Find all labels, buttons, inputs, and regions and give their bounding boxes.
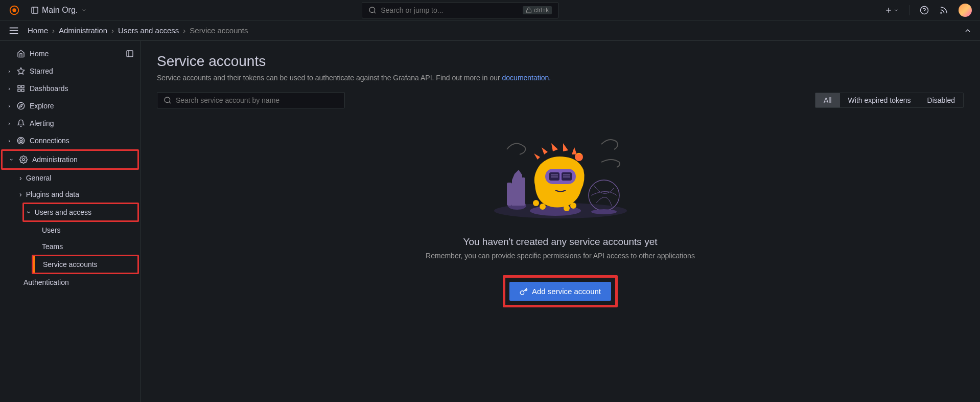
sidebar-sub-item-users-access[interactable]: › Users and access — [24, 204, 137, 220]
user-avatar[interactable] — [959, 4, 972, 17]
filter-tabs: All With expired tokens Disabled — [815, 93, 964, 108]
svg-point-3 — [369, 7, 375, 13]
svg-point-45 — [564, 205, 570, 211]
svg-point-0 — [12, 8, 16, 12]
news-button[interactable] — [939, 6, 948, 15]
empty-state: You haven't created any service accounts… — [157, 129, 964, 307]
svg-line-4 — [374, 12, 376, 13]
collapse-button[interactable] — [964, 27, 972, 35]
svg-point-43 — [533, 200, 539, 206]
search-icon — [164, 96, 172, 104]
global-search-input[interactable] — [381, 6, 519, 14]
global-search[interactable]: ctrl+k — [362, 2, 558, 18]
sidebar-item-label: Dashboards — [30, 84, 68, 93]
sidebar-item-teams[interactable]: Teams — [0, 238, 140, 255]
svg-rect-20 — [18, 89, 20, 92]
breadcrumb-home[interactable]: Home — [28, 26, 48, 35]
sidebar-item-label: Teams — [42, 242, 63, 251]
top-bar-right — [884, 4, 972, 17]
sidebar-item-administration[interactable]: › Administration — [3, 151, 137, 168]
chevron-down-icon: › — [25, 211, 33, 214]
svg-rect-1 — [32, 7, 38, 13]
sidebar-item-connections[interactable]: › Connections — [0, 132, 140, 149]
controls-row: All With expired tokens Disabled — [157, 92, 964, 108]
sidebar-item-alerting[interactable]: › Alerting — [0, 115, 140, 132]
documentation-link[interactable]: documentation. — [502, 74, 551, 82]
compass-icon — [16, 101, 26, 110]
sidebar-item-explore[interactable]: › Explore — [0, 97, 140, 115]
sidebar-item-label: Users — [42, 226, 61, 234]
chevron-right-icon: › — [183, 26, 185, 35]
sidebar-item-label: Users and access — [35, 208, 91, 216]
empty-state-subtitle: Remember, you can provide specific permi… — [426, 252, 695, 260]
dashboards-icon — [16, 84, 26, 93]
sidebar-item-label: Explore — [30, 102, 54, 110]
chevron-down-icon: › — [9, 157, 15, 163]
service-account-search-input[interactable] — [176, 96, 338, 104]
divider — [909, 5, 909, 15]
filter-tab-all[interactable]: All — [815, 93, 840, 107]
sidebar-sub-item-general[interactable]: › General — [0, 170, 140, 186]
chevron-right-icon: › — [111, 26, 114, 35]
sidebar-sub-item-plugins[interactable]: › Plugins and data — [0, 186, 140, 203]
svg-rect-32 — [521, 177, 525, 206]
svg-marker-22 — [19, 104, 22, 107]
sidebar-item-dashboards[interactable]: › Dashboards — [0, 80, 140, 97]
svg-point-21 — [17, 102, 24, 109]
sidebar: Home › Starred › Dashboards › Explore › … — [0, 41, 141, 402]
svg-point-44 — [540, 204, 546, 210]
sidebar-item-label: Authentication — [24, 278, 69, 286]
hamburger-menu[interactable] — [8, 25, 19, 36]
grafana-logo[interactable] — [8, 4, 20, 16]
help-button[interactable] — [920, 6, 929, 15]
sidebar-item-label: Alerting — [30, 119, 54, 127]
bell-icon — [16, 119, 26, 128]
chevron-down-icon — [81, 7, 87, 13]
page-title: Service accounts — [157, 53, 964, 70]
breadcrumb-current: Service accounts — [190, 26, 248, 35]
sidebar-item-home[interactable]: Home — [0, 45, 140, 62]
empty-state-title: You haven't created any service accounts… — [463, 236, 658, 248]
sidebar-item-label: Home — [30, 50, 49, 58]
key-icon — [520, 287, 528, 296]
svg-point-47 — [575, 153, 583, 161]
chevron-right-icon: › — [19, 174, 22, 182]
org-selector[interactable]: Main Org. — [27, 4, 91, 17]
service-account-search[interactable] — [157, 92, 345, 108]
gear-icon — [19, 155, 28, 164]
add-button-label: Add service account — [532, 287, 601, 296]
search-icon — [368, 6, 377, 14]
svg-point-25 — [20, 140, 22, 142]
filter-tab-expired[interactable]: With expired tokens — [840, 93, 919, 107]
sidebar-item-label: Connections — [30, 137, 69, 145]
breadcrumb-administration[interactable]: Administration — [59, 26, 107, 35]
svg-rect-37 — [549, 172, 559, 181]
svg-rect-19 — [21, 89, 24, 92]
sidebar-item-starred[interactable]: › Starred — [0, 62, 140, 80]
svg-point-26 — [22, 159, 25, 161]
sidebar-item-users[interactable]: Users — [0, 222, 140, 238]
svg-rect-18 — [21, 85, 24, 88]
chevron-right-icon: › — [6, 103, 12, 109]
star-icon — [16, 66, 26, 76]
svg-rect-31 — [507, 183, 512, 206]
sidebar-item-service-accounts[interactable]: Service accounts — [33, 256, 137, 273]
sidebar-item-label: Starred — [30, 67, 53, 75]
empty-illustration — [489, 129, 632, 221]
filter-tab-disabled[interactable]: Disabled — [919, 93, 963, 107]
breadcrumb-users-access[interactable]: Users and access — [118, 26, 179, 35]
search-shortcut-hint: ctrl+k — [523, 6, 552, 14]
svg-point-34 — [591, 209, 617, 214]
svg-rect-14 — [127, 51, 133, 57]
home-icon — [16, 49, 26, 58]
svg-point-10 — [941, 12, 942, 13]
sidebar-sub-item-authentication[interactable]: Authentication — [0, 274, 140, 291]
sidebar-item-label: Plugins and data — [26, 190, 79, 198]
svg-rect-17 — [18, 85, 20, 88]
dock-icon[interactable] — [126, 50, 134, 58]
add-service-account-button[interactable]: Add service account — [509, 282, 611, 301]
add-button-highlight: Add service account — [503, 275, 618, 307]
svg-marker-16 — [17, 68, 24, 74]
svg-rect-38 — [562, 172, 572, 181]
add-menu[interactable] — [884, 6, 899, 14]
